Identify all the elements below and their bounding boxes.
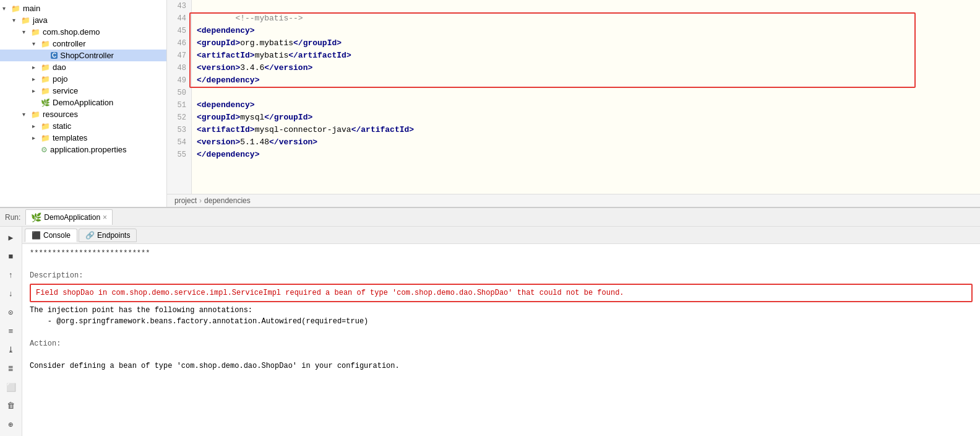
stop-button[interactable]: ■ (3, 249, 19, 264)
tree-item-label-pojo: pojo (53, 74, 68, 84)
line-number-53: 53 (172, 124, 186, 136)
console-blank1 (30, 259, 973, 270)
tree-item-dao[interactable]: ▸📁dao (0, 61, 166, 73)
tree-item-static[interactable]: ▸📁static (0, 120, 166, 132)
line-number-55: 55 (172, 149, 186, 161)
console-stars: *************************** (30, 248, 973, 259)
print-button[interactable]: ⬜ (3, 380, 19, 395)
tree-item-application.properties[interactable]: ⚙application.properties (0, 144, 166, 155)
tree-item-label-static: static (53, 121, 71, 131)
code-line-51: <dependency> (197, 99, 975, 111)
tree-item-label-service: service (53, 86, 78, 95)
camera-button[interactable]: ⊙ (3, 305, 19, 320)
line-number-46: 46 (172, 37, 186, 50)
tree-item-label-templates: templates (53, 133, 87, 142)
pin-button[interactable]: ⊕ (3, 417, 19, 432)
left-toolbar: ▶ ■ ↑ ↓ ⊙ ≡ ⤓ ≣ ⬜ 🗑 ⊕ (0, 227, 22, 436)
console-area: *************************** Description:… (22, 244, 980, 436)
line-number-48: 48 (172, 62, 186, 74)
tree-item-label-java: java (33, 15, 48, 25)
run-tab-label: DemoApplication (44, 213, 100, 222)
line-number-51: 51 (172, 99, 186, 111)
tree-item-java[interactable]: ▾📁java (0, 14, 166, 26)
tree-item-label-ShopController: ShopController (60, 51, 114, 60)
line-number-47: 47 (172, 50, 186, 62)
action-description: Consider defining a bean of type 'com.sh… (30, 360, 973, 372)
error-message: Field shopDao in com.shop.demo.service.i… (36, 287, 966, 299)
injection-text: The injection point has the following an… (30, 305, 973, 316)
code-line-49: </dependency> (197, 74, 975, 87)
console-icon: ⬛ (32, 231, 41, 240)
line-number-54: 54 (172, 136, 186, 149)
line-number-44: 44 (172, 12, 186, 25)
line-number-49: 49 (172, 74, 186, 87)
tree-item-label-resources: resources (43, 110, 78, 119)
breadcrumb: project › dependencies (167, 194, 980, 207)
line-number-45: 45 (172, 25, 186, 37)
file-tree-sidebar: ▾📁main▾📁java▾📁com.shop.demo▾📁controllerC… (0, 0, 167, 207)
tree-item-ShopController[interactable]: CShopController (0, 50, 166, 61)
line-numbers: 43444546474849505152535455 (167, 0, 192, 194)
endpoints-tab-label: Endpoints (97, 231, 130, 240)
sort-button[interactable]: ≡ (3, 324, 19, 339)
tree-item-service[interactable]: ▸📁service (0, 85, 166, 97)
delete-button[interactable]: 🗑 (3, 399, 19, 414)
tree-item-resources[interactable]: ▾📁resources (0, 108, 166, 120)
tree-item-label-application.properties: application.properties (50, 145, 127, 154)
run-tabs-bar: ⬛ Console 🔗 Endpoints (22, 227, 980, 244)
main-area: ▾📁main▾📁java▾📁com.shop.demo▾📁controllerC… (0, 0, 980, 207)
run-button[interactable]: ▶ (3, 230, 19, 245)
tree-item-com.shop.demo[interactable]: ▾📁com.shop.demo (0, 26, 166, 38)
code-lines: <!--mybatis--> <dependency> <groupId>org… (192, 0, 980, 194)
endpoints-tab[interactable]: 🔗 Endpoints (79, 229, 137, 242)
tree-item-DemoApplication[interactable]: 🌿DemoApplication (0, 97, 166, 108)
run-label: Run: (5, 213, 20, 222)
tree-item-templates[interactable]: ▸📁templates (0, 132, 166, 144)
code-line-52: <groupId>mysql</groupId> (197, 111, 975, 124)
endpoints-icon: 🔗 (85, 231, 95, 240)
line-number-50: 50 (172, 87, 186, 99)
editor-area: 43444546474849505152535455 <!--mybatis--… (167, 0, 980, 207)
line-number-43: 43 (172, 0, 186, 12)
code-line-48: <version>3.4.6</version> (197, 62, 975, 74)
tree-item-label-DemoApplication: DemoApplication (53, 98, 113, 107)
line-number-52: 52 (172, 111, 186, 124)
close-icon[interactable]: × (103, 213, 107, 222)
code-line-54: <version>5.1.48</version> (197, 136, 975, 149)
import-button[interactable]: ⤓ (3, 342, 19, 357)
spring-icon: 🌿 (31, 212, 41, 222)
code-line-45: <dependency> (197, 25, 975, 37)
code-line-47: <artifactId>mybatis</artifactId> (197, 50, 975, 62)
error-highlight-box: Field shopDao in com.shop.demo.service.i… (30, 284, 973, 302)
blank2 (30, 327, 973, 338)
run-tab[interactable]: 🌿 DemoApplication × (25, 209, 113, 225)
tree-item-label-dao: dao (53, 63, 66, 72)
run-content-area: ⬛ Console 🔗 Endpoints ******************… (22, 227, 980, 436)
code-line-46: <groupId>org.mybatis</groupId> (197, 37, 975, 50)
tree-item-main[interactable]: ▾📁main (0, 2, 166, 14)
blank3 (30, 349, 973, 360)
run-body: ▶ ■ ↑ ↓ ⊙ ≡ ⤓ ≣ ⬜ 🗑 ⊕ ⬛ Console 🔗 Endpoi… (0, 227, 980, 436)
sort2-button[interactable]: ≣ (3, 361, 19, 376)
scroll-down-button[interactable]: ↓ (3, 287, 19, 302)
code-line-55: </dependency> (197, 149, 975, 161)
run-panel: Run: 🌿 DemoApplication × ▶ ■ ↑ ↓ ⊙ ≡ ⤓ ≣… (0, 207, 980, 436)
autowired-text: - @org.springframework.beans.factory.ann… (30, 316, 973, 327)
run-header: Run: 🌿 DemoApplication × (0, 208, 980, 227)
console-tab[interactable]: ⬛ Console (25, 229, 77, 242)
breadcrumb-project: project (174, 196, 197, 205)
code-line-53: <artifactId>mysql-connector-java</artifa… (197, 124, 975, 136)
code-line-50 (197, 87, 975, 99)
action-label: Action: (30, 338, 973, 349)
code-line-43 (197, 0, 975, 12)
tree-item-label-main: main (23, 4, 40, 13)
console-tab-label: Console (43, 231, 71, 240)
tree-item-label-controller: controller (53, 39, 85, 48)
code-line-44: <!--mybatis--> (197, 12, 975, 25)
tree-item-label-com.shop.demo: com.shop.demo (43, 27, 100, 37)
tree-item-pojo[interactable]: ▸📁pojo (0, 73, 166, 85)
tree-item-controller[interactable]: ▾📁controller (0, 38, 166, 50)
editor-content: 43444546474849505152535455 <!--mybatis--… (167, 0, 980, 194)
scroll-up-button[interactable]: ↑ (3, 268, 19, 282)
breadcrumb-dependencies: dependencies (204, 196, 251, 205)
